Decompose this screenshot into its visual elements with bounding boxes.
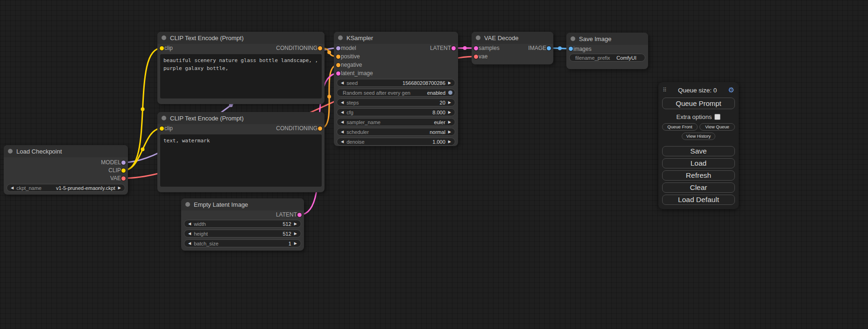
widget-scheduler[interactable]: ◀ scheduler normal ▶: [337, 128, 455, 136]
node-ksampler[interactable]: KSampler model LATENT positive negative …: [334, 32, 458, 146]
input-slot-label: vae: [479, 53, 487, 60]
node-save-image[interactable]: Save Image images filename_prefix ComfyU…: [566, 33, 648, 69]
widget-batch-size[interactable]: ◀ batch_size 1 ▶: [184, 239, 301, 247]
queue-front-button[interactable]: Queue Front: [662, 123, 698, 131]
clear-button[interactable]: Clear: [662, 182, 735, 193]
slot-dot-model-input[interactable]: [336, 46, 340, 50]
node-vae-decode[interactable]: VAE Decode samples IMAGE vae: [472, 32, 553, 64]
node-collapse-dot[interactable]: [476, 35, 480, 40]
widget-random-seed-toggle[interactable]: Random seed after every gen enabled: [337, 89, 455, 97]
node-title-bar[interactable]: KSampler: [334, 32, 458, 44]
prompt-textarea[interactable]: text, watermark: [160, 134, 322, 187]
node-collapse-dot[interactable]: [185, 202, 190, 207]
widget-seed[interactable]: ◀ seed 156680208700286 ▶: [337, 79, 455, 87]
arrow-left-icon[interactable]: ◀: [11, 186, 14, 190]
arrow-left-icon[interactable]: ◀: [188, 222, 191, 226]
arrow-right-icon[interactable]: ▶: [294, 242, 297, 245]
node-clip-text-encode-positive[interactable]: CLIP Text Encode (Prompt) clip CONDITION…: [157, 32, 325, 104]
refresh-button[interactable]: Refresh: [662, 170, 735, 181]
settings-gear-icon[interactable]: ⚙: [728, 86, 734, 94]
node-collapse-dot[interactable]: [162, 116, 166, 120]
slot-dot-clip-input[interactable]: [160, 46, 164, 50]
slot-dot-vae-input[interactable]: [474, 55, 478, 59]
toggle-knob[interactable]: [448, 91, 452, 95]
extra-options-checkbox[interactable]: [714, 114, 720, 120]
widget-label: batch_size: [194, 241, 219, 246]
load-default-button[interactable]: Load Default: [662, 195, 735, 205]
node-empty-latent-image[interactable]: Empty Latent Image LATENT ◀ width 512 ▶ …: [181, 198, 304, 251]
queue-prompt-button[interactable]: Queue Prompt: [662, 98, 735, 109]
output-slot-label: VAE: [110, 175, 121, 182]
slot-dot-samples-input[interactable]: [474, 46, 478, 50]
widget-label: Random seed after every gen: [343, 90, 410, 96]
node-title-bar[interactable]: CLIP Text Encode (Prompt): [157, 32, 325, 44]
arrow-right-icon[interactable]: ▶: [294, 222, 297, 226]
arrow-left-icon[interactable]: ◀: [188, 242, 191, 245]
slot-dot-vae-output[interactable]: [121, 176, 126, 181]
node-title-bar[interactable]: CLIP Text Encode (Prompt): [157, 112, 325, 124]
arrow-left-icon[interactable]: ◀: [341, 140, 344, 144]
arrow-left-icon[interactable]: ◀: [341, 81, 344, 85]
node-title-bar[interactable]: Save Image: [566, 33, 648, 45]
arrow-left-icon[interactable]: ◀: [341, 111, 344, 114]
slot-dot-latent-output[interactable]: [452, 46, 456, 50]
node-title-bar[interactable]: Empty Latent Image: [181, 198, 304, 210]
load-button[interactable]: Load: [662, 158, 735, 168]
slot-dot-image-output[interactable]: [547, 46, 551, 50]
widget-width[interactable]: ◀ width 512 ▶: [184, 220, 301, 228]
arrow-right-icon[interactable]: ▶: [448, 81, 451, 85]
node-collapse-dot[interactable]: [8, 149, 13, 154]
widget-height[interactable]: ◀ height 512 ▶: [184, 230, 301, 238]
view-queue-button[interactable]: View Queue: [699, 123, 735, 131]
slot-dot-images-input[interactable]: [569, 47, 573, 51]
widget-cfg[interactable]: ◀ cfg 8.000 ▶: [337, 108, 455, 116]
widget-steps[interactable]: ◀ steps 20 ▶: [337, 98, 455, 106]
save-button[interactable]: Save: [662, 146, 735, 156]
arrow-right-icon[interactable]: ▶: [294, 232, 297, 236]
slot-dot-model-output[interactable]: [121, 161, 126, 165]
arrow-right-icon[interactable]: ▶: [448, 130, 451, 134]
arrow-left-icon[interactable]: ◀: [341, 120, 344, 124]
arrow-right-icon[interactable]: ▶: [448, 111, 451, 114]
slot-dot-positive-input[interactable]: [336, 55, 340, 59]
slot-dot-conditioning-output[interactable]: [318, 46, 322, 50]
prompt-textarea[interactable]: beautiful scenery nature glass bottle la…: [160, 54, 322, 98]
output-slot-label: LATENT: [430, 45, 451, 51]
slot-dot-latent-output[interactable]: [297, 213, 302, 217]
node-load-checkpoint[interactable]: Load Checkpoint MODEL CLIP VAE ◀ ckpt_na…: [4, 145, 128, 195]
arrow-right-icon[interactable]: ▶: [448, 101, 451, 105]
arrow-right-icon[interactable]: ▶: [448, 140, 451, 144]
widget-sampler-name[interactable]: ◀ sampler_name euler ▶: [337, 118, 455, 126]
node-clip-text-encode-negative[interactable]: CLIP Text Encode (Prompt) clip CONDITION…: [157, 112, 325, 192]
widget-ckpt-name[interactable]: ◀ ckpt_name v1-5-pruned-emaonly.ckpt ▶: [7, 184, 125, 192]
drag-handle-icon[interactable]: ⠿: [663, 87, 667, 93]
slot-dot-clip-output[interactable]: [121, 168, 126, 173]
node-title-bar[interactable]: VAE Decode: [472, 32, 553, 44]
arrow-left-icon[interactable]: ◀: [188, 232, 191, 236]
node-collapse-dot[interactable]: [162, 35, 166, 40]
widget-label: cfg: [346, 110, 353, 115]
widget-value: 512: [282, 231, 291, 237]
node-title-bar[interactable]: Load Checkpoint: [4, 145, 128, 157]
wire-midpoint-dot: [141, 147, 145, 151]
arrow-right-icon[interactable]: ▶: [448, 120, 451, 124]
input-slot-label: negative: [341, 62, 362, 68]
slot-dot-conditioning-output[interactable]: [318, 126, 322, 131]
wire-midpoint-dot: [327, 95, 331, 98]
node-collapse-dot[interactable]: [338, 35, 343, 40]
view-history-button[interactable]: View History: [682, 133, 715, 140]
node-collapse-dot[interactable]: [571, 36, 575, 41]
widget-denoise[interactable]: ◀ denoise 1.000 ▶: [337, 138, 455, 146]
output-slot-label: MODEL: [101, 159, 121, 166]
input-slot-label: positive: [341, 53, 360, 60]
widget-filename-prefix[interactable]: filename_prefix ComfyUI: [569, 54, 645, 62]
widget-label: scheduler: [346, 129, 369, 135]
arrow-left-icon[interactable]: ◀: [341, 130, 344, 134]
widget-value: 8.000: [432, 110, 445, 115]
arrow-right-icon[interactable]: ▶: [118, 186, 121, 190]
node-graph-canvas[interactable]: Load Checkpoint MODEL CLIP VAE ◀ ckpt_na…: [0, 0, 868, 329]
arrow-left-icon[interactable]: ◀: [341, 101, 344, 105]
slot-dot-clip-input[interactable]: [160, 126, 164, 131]
slot-dot-latent-image-input[interactable]: [336, 71, 340, 76]
slot-dot-negative-input[interactable]: [336, 63, 340, 67]
